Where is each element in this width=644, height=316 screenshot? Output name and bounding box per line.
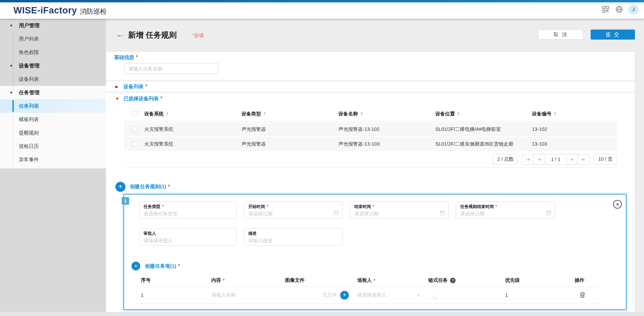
topbar-accent-bar xyxy=(0,0,644,2)
close-icon: × xyxy=(616,202,619,207)
inspector-select[interactable]: 请选择巡检人 ∨ xyxy=(357,292,428,298)
add-task-item-button[interactable]: + xyxy=(131,262,140,270)
sort-icon[interactable]: ▲▼ xyxy=(166,112,169,116)
column-header-device-system[interactable]: 设备系统▲▼ xyxy=(144,111,241,117)
sidebar-item-device-list[interactable]: 设备列表 xyxy=(0,72,106,86)
device-list-section-toggle[interactable]: ▶ 设备列表* xyxy=(106,82,635,92)
page-bottom-margin xyxy=(0,312,644,316)
sort-icon[interactable]: ▲▼ xyxy=(263,112,266,116)
sidebar-item-abnormal-event[interactable]: 异常事件 xyxy=(0,153,106,166)
calendar-icon xyxy=(440,210,445,215)
task-type-select[interactable]: 任务类型* 请选择任务类型 xyxy=(139,201,237,219)
sort-icon[interactable]: ▲▼ xyxy=(457,112,460,116)
column-header-image-file: 图像文件 xyxy=(285,277,357,283)
current-page-indicator: 1 / 1 xyxy=(545,154,567,164)
qr-code-icon[interactable] xyxy=(602,5,610,13)
create-rule-header: + 创建任务规则(1)* xyxy=(115,181,635,192)
pagination-total: 2 / 总数 xyxy=(493,154,518,165)
rule-index-badge: 1 xyxy=(122,197,129,205)
column-header-priority: 优先级 xyxy=(505,277,575,283)
column-header-inspector: 巡检人* xyxy=(357,277,428,283)
cell-device-name: 声光报警器-13-102 xyxy=(338,126,435,133)
sort-icon[interactable]: ▲▼ xyxy=(360,112,363,116)
selected-device-table: 设备系统▲▼ 设备类型▲▼ 设备名称▲▼ 设备位置▲▼ 设备编号▲▼ 火灾报警系… xyxy=(124,106,617,168)
cell-device-system: 火灾报警系统 xyxy=(144,141,241,147)
column-header-device-location[interactable]: 设备位置▲▼ xyxy=(435,111,532,117)
approver-select[interactable]: 审批人 请选择审批人 xyxy=(139,228,237,246)
priority-input[interactable]: 1 xyxy=(505,293,575,298)
caret-right-icon: ▶ xyxy=(115,85,123,89)
column-header-chain-task: 链式任务? xyxy=(428,277,505,283)
required-asterisk: * xyxy=(145,84,147,90)
sidebar-item-task-list[interactable]: 任务列表 xyxy=(0,99,106,113)
plus-icon: + xyxy=(134,263,138,270)
help-icon[interactable]: ? xyxy=(450,278,455,283)
required-asterisk: * xyxy=(178,263,180,269)
globe-icon[interactable] xyxy=(615,5,623,13)
top-bar: WISE-iFactory 消防巡检 J xyxy=(0,0,644,19)
delete-icon[interactable] xyxy=(579,291,586,298)
sidebar-item-reminder-rule[interactable]: 提醒规则 xyxy=(0,126,106,140)
cell-chain-task xyxy=(428,293,505,298)
sidebar-item-role-permission[interactable]: 角色权限 xyxy=(0,46,106,59)
required-hint: *必填 xyxy=(193,33,204,39)
selected-device-section-toggle[interactable]: ▼ 已选择设备列表* xyxy=(106,93,635,104)
table-row: 火灾报警系统 声光报警器 声光报警器-13-102 SL01/2F/二楼电梯/4… xyxy=(124,122,617,136)
required-asterisk: * xyxy=(162,204,164,209)
task-rule-card: 1 × 任务类型* 请选择任务类型 开始时间* 请选择日期 结束时间* 请选择日… xyxy=(123,194,627,310)
sidebar-group-device-mgmt[interactable]: ▼ 设备管理 xyxy=(0,59,106,72)
sidebar-group-user-mgmt[interactable]: ▼ 用户管理 xyxy=(0,19,106,32)
prev-page-button[interactable]: ◀ xyxy=(534,154,545,164)
sidebar-item-inspection-calendar[interactable]: 巡检日历 xyxy=(0,140,106,153)
caret-down-icon: ▼ xyxy=(9,23,13,28)
user-avatar[interactable]: J xyxy=(629,4,639,14)
sort-icon[interactable]: ▲▼ xyxy=(554,112,556,116)
next-page-button[interactable]: ▶ xyxy=(567,154,578,164)
first-page-button[interactable]: ◀ xyxy=(522,154,534,164)
sidebar-item-user-list[interactable]: 用户列表 xyxy=(0,32,106,46)
task-item-table: 序号 内容* 图像文件 巡检人* 链式任务? 优先级 操作 1 请输入名称 无文… xyxy=(135,274,601,304)
page-size-selector[interactable]: 10 / 页 xyxy=(594,154,617,165)
pagination-nav: ◀ ◀ 1 / 1 ▶ ▶ xyxy=(522,154,590,165)
app-title: 消防巡检 xyxy=(80,7,107,16)
plus-icon: + xyxy=(118,183,122,191)
required-asterisk: * xyxy=(136,54,138,60)
cell-actions xyxy=(575,291,601,299)
sidebar-item-template-list[interactable]: 模板列表 xyxy=(0,113,106,126)
cell-image-file: 无文件 + xyxy=(285,291,357,300)
cancel-button[interactable]: 取 消 xyxy=(538,30,583,40)
rule-fields: 任务类型* 请选择任务类型 开始时间* 请选择日期 结束时间* 请选择日期 任务… xyxy=(139,201,565,246)
column-header-device-name[interactable]: 设备名称▲▼ xyxy=(338,111,435,117)
cell-device-type: 声光报警器 xyxy=(241,126,338,133)
plus-icon: + xyxy=(343,292,346,299)
caret-down-icon: ▼ xyxy=(9,91,13,95)
add-rule-button[interactable]: + xyxy=(115,182,125,192)
select-all-checkbox[interactable] xyxy=(132,111,138,116)
sidebar-group-task-mgmt[interactable]: ▼ 任务管理 xyxy=(0,86,106,99)
task-item-table-header: 序号 内容* 图像文件 巡检人* 链式任务? 优先级 操作 xyxy=(135,274,601,287)
end-time-picker[interactable]: 结束时间* 请选择日期 xyxy=(350,201,449,219)
upload-file-button[interactable]: + xyxy=(340,291,349,300)
row-checkbox[interactable] xyxy=(132,141,138,147)
caret-down-icon: ▼ xyxy=(9,64,13,68)
cell-device-name: 声光报警器-13-103 xyxy=(338,141,435,147)
content-input[interactable]: 请输入名称 xyxy=(211,292,285,298)
basic-info-section: 基础信息* xyxy=(106,52,635,80)
cell-device-code: 13-103 xyxy=(532,141,617,147)
rule-end-time-picker[interactable]: 任务规则结束时间* 请选择日期 xyxy=(456,201,555,219)
row-checkbox[interactable] xyxy=(132,126,138,132)
page-header-row: ← 新增 任务规则 *必填 取 消 提 交 xyxy=(106,29,644,41)
last-page-button[interactable]: ▶ xyxy=(578,154,589,164)
required-asterisk: * xyxy=(267,204,268,209)
remove-rule-button[interactable]: × xyxy=(613,200,622,209)
page-title: 新增 任务规则 xyxy=(128,30,176,40)
description-input[interactable]: 描述 请输入描述 xyxy=(244,228,343,246)
column-header-device-type[interactable]: 设备类型▲▼ xyxy=(241,111,338,117)
submit-button[interactable]: 提 交 xyxy=(591,30,635,40)
column-header-seq: 序号 xyxy=(141,277,211,283)
start-time-picker[interactable]: 开始时间* 请选择日期 xyxy=(244,201,343,219)
task-name-input[interactable] xyxy=(124,63,218,74)
back-arrow-icon[interactable]: ← xyxy=(116,29,125,40)
sidebar: ▼ 用户管理 用户列表 角色权限 ▼ 设备管理 设备列表 ▼ 任务管理 任务列表… xyxy=(0,19,106,316)
column-header-device-code[interactable]: 设备编号▲▼ xyxy=(532,111,617,117)
